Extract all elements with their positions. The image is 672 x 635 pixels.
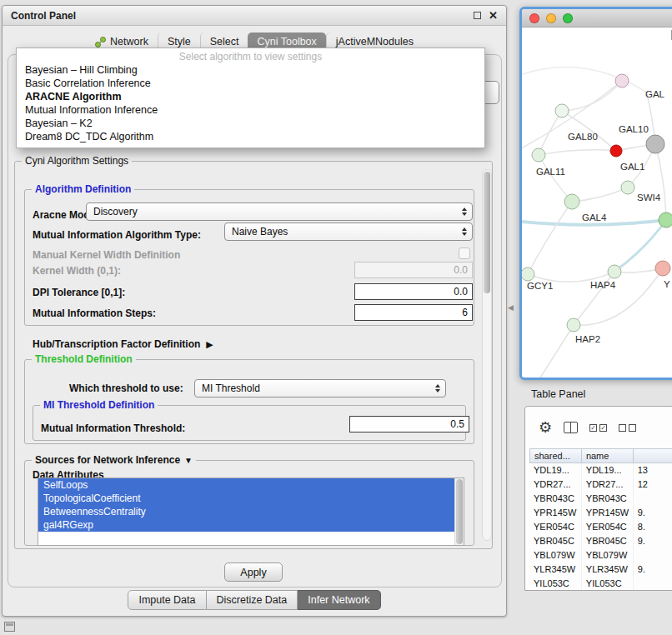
node-green-right[interactable]	[659, 212, 672, 228]
table-cell[interactable]: YIL053C	[529, 577, 582, 591]
node-swi4[interactable]	[621, 181, 634, 194]
node-mid[interactable]	[608, 265, 621, 278]
settings-scrollbar[interactable]	[482, 169, 492, 541]
node-gal11[interactable]	[532, 148, 545, 162]
algorithm-option-mutual-information-inference[interactable]: Mutual Information Inference	[17, 103, 484, 117]
mi-threshold-field[interactable]: 0.5	[349, 416, 469, 432]
algorithm-option-bayesian-k2[interactable]: Bayesian – K2	[17, 117, 484, 130]
close-button[interactable]	[529, 13, 539, 23]
collapse-panel-arrow-icon[interactable]	[508, 303, 514, 312]
attribute-item-gal4rgexp[interactable]: gal4RGexp	[38, 518, 454, 532]
zoom-button[interactable]	[563, 13, 573, 23]
node-gal80[interactable]	[555, 104, 569, 118]
node-pink-top[interactable]	[615, 74, 629, 88]
table-cell[interactable]: YBL079W	[582, 548, 634, 562]
network-canvas[interactable]: GALGAL80GAL10GAL11GAL1SWI4GAL4GCY1HAP4YH…	[522, 28, 672, 378]
close-window-icon[interactable]	[489, 10, 498, 21]
table-cell[interactable]: YPR145W	[529, 506, 582, 520]
gear-icon[interactable]	[539, 420, 552, 435]
network-edge[interactable]	[540, 325, 574, 378]
table-row[interactable]: YDL19...YDL19...13	[529, 463, 672, 478]
table-cell[interactable]: YIL053C	[582, 577, 634, 591]
table-cell[interactable]: 12	[634, 478, 672, 492]
table-row[interactable]: YER054CYER054C8.	[529, 520, 672, 534]
table-cell[interactable]: YDR27...	[529, 478, 582, 492]
select-all-columns-icon[interactable]	[589, 424, 607, 432]
table-cell[interactable]	[634, 577, 672, 591]
table-cell[interactable]: YBR043C	[529, 492, 582, 506]
apply-button[interactable]: Apply	[224, 562, 283, 582]
scrollbar-thumb[interactable]	[484, 172, 490, 293]
table-cell[interactable]: YDR27...	[582, 478, 634, 492]
network-edge[interactable]	[562, 111, 616, 151]
network-window-titlebar[interactable]	[522, 9, 672, 28]
table-cell[interactable]: YBR043C	[582, 492, 634, 506]
minimize-button[interactable]	[546, 13, 556, 23]
which-threshold-select[interactable]: MI Threshold	[194, 379, 446, 398]
table-cell[interactable]: YBL079W	[529, 548, 582, 562]
column-header-2[interactable]	[634, 448, 672, 463]
table-cell[interactable]	[634, 548, 672, 562]
algorithm-option-basic-correlation-inference[interactable]: Basic Correlation Inference	[17, 77, 484, 90]
network-edge[interactable]	[572, 188, 628, 202]
deselect-all-columns-icon[interactable]	[619, 424, 636, 432]
network-edge[interactable]	[655, 144, 666, 220]
table-row[interactable]: YBL079WYBL079W	[529, 548, 672, 562]
table-cell[interactable]: YER054C	[582, 520, 634, 534]
node-gal4[interactable]	[564, 194, 579, 209]
mi-type-select[interactable]: Naive Bayes	[224, 222, 473, 241]
bottom-tab-discretize-data[interactable]: Discretize Data	[207, 590, 298, 610]
hub-definition-expander[interactable]: Hub/Transcription Factor Definition	[33, 336, 213, 351]
table-row[interactable]: YDR27...YDR27...12	[529, 478, 672, 492]
algorithm-option-dream8-dc-tdc-algorithm[interactable]: Dream8 DC_TDC Algorithm	[17, 130, 484, 143]
network-edge[interactable]	[539, 150, 616, 155]
table-cell[interactable]: 9.	[634, 534, 672, 548]
attribute-item-selfloops[interactable]: SelfLoops	[38, 478, 454, 492]
attribute-item-topologicalcoefficient[interactable]: TopologicalCoefficient	[38, 492, 454, 505]
bottom-tab-infer-network[interactable]: Infer Network	[298, 590, 380, 610]
table-cell[interactable]: YPR145W	[582, 506, 634, 520]
columns-icon[interactable]	[564, 422, 578, 433]
restore-panel-icon[interactable]	[4, 622, 15, 632]
table-row[interactable]: YLR345WYLR345W9.	[529, 562, 672, 577]
table-cell[interactable]	[634, 492, 672, 506]
node-gal10[interactable]	[646, 135, 664, 153]
dpi-tolerance-field[interactable]: 0.0	[354, 283, 473, 300]
table-cell[interactable]: 9.	[634, 506, 672, 520]
network-edge[interactable]	[539, 111, 562, 155]
algorithm-option-bayesian-hill-climbing[interactable]: Bayesian – Hill Climbing	[17, 63, 484, 77]
column-header-shared[interactable]: shared...	[529, 448, 582, 463]
table-row[interactable]: YPR145WYPR145W9.	[529, 506, 672, 520]
scrollbar-thumb[interactable]	[456, 479, 463, 544]
node-gcy1[interactable]	[522, 268, 534, 281]
node-red[interactable]	[610, 145, 622, 157]
attribute-item-betweennesscentrality[interactable]: BetweennessCentrality	[38, 505, 454, 518]
table-cell[interactable]: YBR045C	[529, 534, 582, 548]
table-cell[interactable]: YER054C	[529, 520, 582, 534]
table-row[interactable]: YBR043CYBR043C	[529, 492, 672, 506]
table-cell[interactable]: YLR345W	[582, 562, 634, 577]
bottom-tab-impute-data[interactable]: Impute Data	[128, 590, 206, 610]
table-cell[interactable]: YLR345W	[529, 562, 582, 577]
aracne-mode-select[interactable]: Discovery	[86, 202, 473, 221]
table-row[interactable]: YIL053CYIL053C	[529, 577, 672, 591]
sources-group-title[interactable]: Sources for Network Inference	[32, 454, 196, 467]
table-row[interactable]: YBR045CYBR045C9.	[529, 534, 672, 548]
table-cell[interactable]: 13	[634, 463, 672, 478]
table-cell[interactable]: 8.	[634, 520, 672, 534]
attributes-scrollbar[interactable]	[454, 478, 464, 545]
column-header-name[interactable]: name	[582, 448, 634, 463]
float-window-icon[interactable]	[474, 12, 481, 19]
control-panel-titlebar[interactable]: Control Panel	[3, 6, 506, 26]
network-edge[interactable]	[562, 81, 622, 111]
table-cell[interactable]: YDL19...	[529, 463, 582, 478]
network-edge[interactable]	[539, 155, 572, 202]
algorithm-option-aracne-algorithm[interactable]: ARACNE Algorithm	[17, 90, 484, 103]
table-cell[interactable]: YDL19...	[582, 463, 634, 478]
table-cell[interactable]: YBR045C	[582, 534, 634, 548]
network-edge[interactable]	[528, 202, 572, 274]
node-hap2[interactable]	[567, 318, 580, 332]
table-cell[interactable]: 9.	[634, 562, 672, 577]
node-pink-right[interactable]	[655, 261, 670, 276]
mi-steps-field[interactable]: 6	[354, 304, 473, 321]
